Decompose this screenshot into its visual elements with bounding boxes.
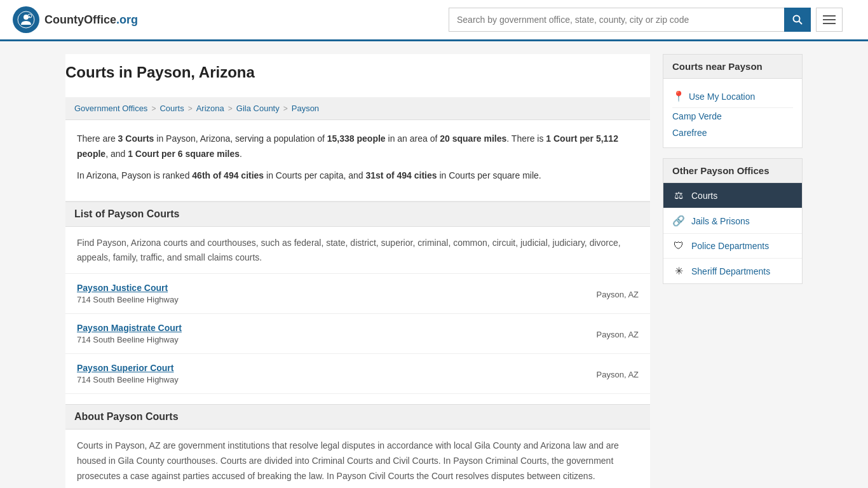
nearby-camp-verde[interactable]: Camp Verde	[672, 108, 793, 125]
court-location-2: Payson, AZ	[597, 329, 639, 339]
court-address-2: 714 South Beeline Highway	[77, 335, 597, 344]
menu-button[interactable]	[816, 8, 843, 32]
office-sheriff[interactable]: ✳ Sheriff Departments	[663, 259, 802, 283]
sheriff-icon: ✳	[672, 265, 685, 277]
breadcrumb-sep-4: >	[283, 104, 288, 113]
use-location[interactable]: 📍 Use My Location	[672, 85, 793, 108]
courts-near-list: 📍 Use My Location Camp Verde Carefree	[663, 78, 803, 148]
court-location-3: Payson, AZ	[597, 369, 639, 379]
logo-text: CountyOffice.org	[44, 13, 138, 27]
breadcrumb-courts[interactable]: Courts	[159, 104, 184, 113]
office-police-label[interactable]: Police Departments	[691, 241, 769, 251]
about-section: About Payson Courts Courts in Payson, AZ…	[65, 404, 650, 488]
search-area	[449, 8, 843, 32]
page-title: Courts in Payson, Arizona	[65, 54, 650, 88]
jails-icon: 🔗	[672, 215, 685, 227]
breadcrumb-gov-offices[interactable]: Government Offices	[74, 104, 147, 113]
location-icon: 📍	[672, 90, 685, 102]
breadcrumb-sep-2: >	[188, 104, 193, 113]
breadcrumb: Government Offices > Courts > Arizona > …	[65, 97, 650, 120]
court-name-3[interactable]: Payson Superior Court	[77, 363, 597, 373]
police-icon: 🛡	[672, 240, 685, 252]
about-body: Courts in Payson, AZ are government inst…	[65, 430, 650, 488]
search-button[interactable]	[784, 8, 811, 32]
list-description: Find Payson, Arizona courts and courthou…	[77, 236, 639, 264]
court-item: Payson Magistrate Court 714 South Beelin…	[65, 314, 650, 354]
svg-line-5	[799, 22, 803, 25]
list-section-header: List of Payson Courts	[65, 201, 650, 227]
search-input[interactable]	[449, 8, 784, 32]
site-header: ★ CountyOffice.org	[0, 0, 868, 41]
use-location-label: Use My Location	[689, 92, 755, 102]
breadcrumb-payson[interactable]: Payson	[292, 104, 319, 113]
court-name-2[interactable]: Payson Magistrate Court	[77, 323, 597, 333]
other-offices-list: ⚖ Courts 🔗 Jails & Prisons 🛡 Police Depa…	[663, 182, 803, 284]
intro-section: There are 3 Courts in Payson, Arizona, s…	[65, 120, 650, 201]
office-police[interactable]: 🛡 Police Departments	[663, 234, 802, 259]
about-text: Courts in Payson, AZ are government inst…	[77, 438, 639, 484]
office-courts-label: Courts	[691, 191, 717, 201]
office-sheriff-label[interactable]: Sheriff Departments	[691, 266, 770, 276]
court-item: Payson Superior Court 714 South Beeline …	[65, 354, 650, 394]
office-jails[interactable]: 🔗 Jails & Prisons	[663, 208, 802, 234]
nearby-carefree[interactable]: Carefree	[672, 125, 793, 141]
court-location-1: Payson, AZ	[597, 288, 639, 299]
breadcrumb-gila[interactable]: Gila County	[236, 104, 280, 113]
intro-paragraph-2: In Arizona, Payson is ranked 46th of 494…	[77, 168, 639, 184]
list-section-body: Find Payson, Arizona courts and courthou…	[65, 227, 650, 273]
page-container: Courts in Payson, Arizona Government Off…	[53, 41, 815, 488]
breadcrumb-sep-3: >	[228, 104, 233, 113]
office-jails-label[interactable]: Jails & Prisons	[691, 216, 750, 226]
intro-paragraph-1: There are 3 Courts in Payson, Arizona, s…	[77, 132, 639, 162]
courts-near-title: Courts near Payson	[663, 54, 803, 78]
main-content: Courts in Payson, Arizona Government Off…	[65, 54, 650, 488]
court-name-1[interactable]: Payson Justice Court	[77, 283, 597, 293]
logo-area: ★ CountyOffice.org	[13, 6, 138, 33]
svg-point-4	[794, 16, 800, 22]
courts-icon: ⚖	[672, 189, 685, 201]
court-address-3: 714 South Beeline Highway	[77, 375, 597, 384]
office-courts[interactable]: ⚖ Courts	[663, 183, 802, 208]
other-offices-title: Other Payson Offices	[663, 158, 803, 182]
breadcrumb-arizona[interactable]: Arizona	[196, 104, 224, 113]
court-item: Payson Justice Court 714 South Beeline H…	[65, 273, 650, 314]
other-offices-section: Other Payson Offices ⚖ Courts 🔗 Jails & …	[663, 158, 803, 284]
breadcrumb-sep-1: >	[151, 104, 156, 113]
court-address-1: 714 South Beeline Highway	[77, 295, 597, 304]
logo-icon: ★	[13, 6, 39, 33]
courts-near-section: Courts near Payson 📍 Use My Location Cam…	[663, 54, 803, 148]
sidebar: Courts near Payson 📍 Use My Location Cam…	[663, 54, 803, 488]
about-header: About Payson Courts	[65, 404, 650, 430]
